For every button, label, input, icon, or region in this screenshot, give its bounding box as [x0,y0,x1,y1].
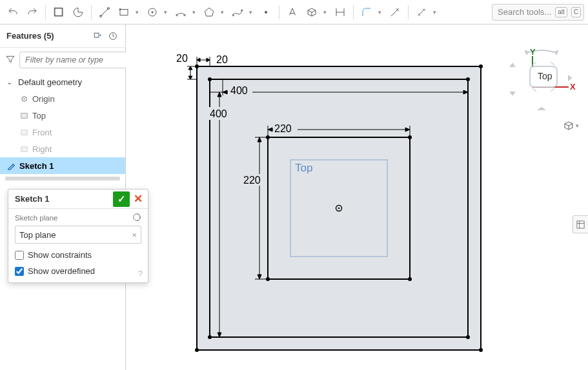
chevron-down-icon[interactable]: ▾ [163,9,168,15]
svg-point-13 [265,11,267,13]
text-tool-icon[interactable] [283,3,301,21]
chevron-down-icon[interactable]: ▾ [322,9,327,15]
filter-input[interactable] [19,52,133,68]
tree-label: Default geometry [18,77,82,87]
pacman-tool-icon[interactable] [69,3,87,21]
svg-rect-14 [94,33,99,37]
svg-marker-10 [205,8,214,16]
chevron-down-icon[interactable]: ▾ [219,9,225,15]
spline-tool-icon[interactable] [228,3,247,21]
plane-mode-icon[interactable] [132,213,141,223]
dimension-tool-icon[interactable] [331,3,349,21]
checkbox-input[interactable] [15,267,24,276]
pencil-icon [6,161,15,170]
search-tools-input[interactable]: Search tools... alt C [492,4,584,21]
dim-label: 20 [176,53,188,64]
plane-label: Top [295,162,312,174]
undo-button[interactable] [4,3,22,21]
show-constraints-checkbox[interactable]: Show constraints [15,250,141,260]
main-toolbar: ▾ ▾ ▾ ▾ ▾ ▾ ▾ ▾ Search tools... alt C [0,0,588,24]
tree-item-right[interactable]: Right [0,141,125,157]
svg-rect-4 [120,9,128,15]
dim-label: 20 [216,54,228,65]
rollback-bar[interactable] [5,177,120,180]
svg-point-2 [100,15,102,17]
kbd-hint: C [571,7,581,17]
sketch-tool-icon[interactable] [50,3,68,21]
chevron-down-icon[interactable]: ▾ [191,9,196,15]
polygon-tool-icon[interactable] [200,3,218,21]
sketch-canvas[interactable]: Top 20 20 [126,24,588,370]
line-tool-icon[interactable] [96,3,114,21]
plane-icon [19,111,28,120]
tree-label: Sketch 1 [19,161,54,171]
arc-tool-icon[interactable] [172,3,190,21]
svg-point-28 [338,208,340,209]
cube-tool-icon[interactable] [303,3,321,21]
cancel-button[interactable]: ✕ [131,191,145,207]
svg-point-7 [152,11,153,12]
fillet-tool-icon[interactable] [358,3,376,21]
svg-rect-1 [54,8,62,15]
dim-label: 400 [210,108,227,119]
dim-label: 220 [243,175,261,186]
svg-point-33 [208,77,212,81]
features-title: Features (5) [6,31,54,41]
trim-tool-icon[interactable] [386,3,404,21]
right-dock-button[interactable] [573,215,588,233]
sketch-drawing: Top 20 20 [126,24,588,370]
tree-item-sketch1[interactable]: Sketch 1 [0,157,125,174]
tree-label: Origin [32,94,55,104]
chevron-down-icon: ⌄ [6,78,14,86]
chevron-down-icon[interactable]: ▾ [377,9,382,15]
chevron-down-icon[interactable]: ▾ [248,9,253,15]
confirm-button[interactable]: ✓ [113,191,130,207]
plane-icon [19,144,28,153]
tree-label: Right [32,144,52,154]
tree-item-origin[interactable]: Origin [0,90,125,107]
svg-point-30 [479,64,483,68]
rollback-icon[interactable] [107,30,119,42]
svg-rect-65 [577,220,584,228]
svg-rect-20 [21,146,26,151]
tree-label: Front [32,128,52,137]
checkbox-label: Show constraints [28,250,92,260]
dialog-title: Sketch 1 [15,194,49,204]
svg-point-35 [466,335,470,339]
show-overdefined-checkbox[interactable]: Show overdefined [15,266,141,276]
checkbox-label: Show overdefined [28,266,95,276]
plane-label: Sketch plane [15,214,58,222]
add-feature-icon[interactable] [92,30,103,42]
plane-icon [19,128,28,137]
kbd-hint: alt [555,7,567,17]
tree-label: Top [32,111,46,121]
search-placeholder: Search tools... [498,7,551,17]
rectangle-tool-icon[interactable] [115,3,133,21]
point-tool-icon[interactable] [257,3,275,21]
redo-button[interactable] [23,3,41,21]
svg-point-32 [195,348,199,352]
tree-group-default-geometry[interactable]: ⌄ Default geometry [0,73,125,90]
constraint-tool-icon[interactable] [412,3,431,21]
svg-point-31 [479,348,483,352]
feature-tree: ⌄ Default geometry Origin Top Front Righ… [0,72,125,184]
svg-rect-0 [55,8,63,16]
features-header: Features (5) [0,24,125,48]
svg-rect-19 [21,130,26,134]
sketch-plane-input[interactable]: Top plane × [15,226,141,244]
display-style-button[interactable]: ▾ [563,120,579,131]
tree-item-top[interactable]: Top [0,107,125,124]
filter-row [0,48,125,72]
filter-icon[interactable] [5,54,15,66]
circle-tool-icon[interactable] [143,3,161,21]
svg-point-39 [408,277,412,281]
plane-value: Top plane [19,230,56,240]
checkbox-input[interactable] [15,251,24,260]
chevron-down-icon[interactable]: ▾ [134,9,139,15]
help-icon[interactable]: ? [138,269,143,278]
svg-point-17 [23,98,25,99]
chevron-down-icon[interactable]: ▾ [432,9,437,15]
clear-icon[interactable]: × [132,230,137,240]
tree-item-front[interactable]: Front [0,124,125,141]
svg-rect-18 [21,113,26,117]
